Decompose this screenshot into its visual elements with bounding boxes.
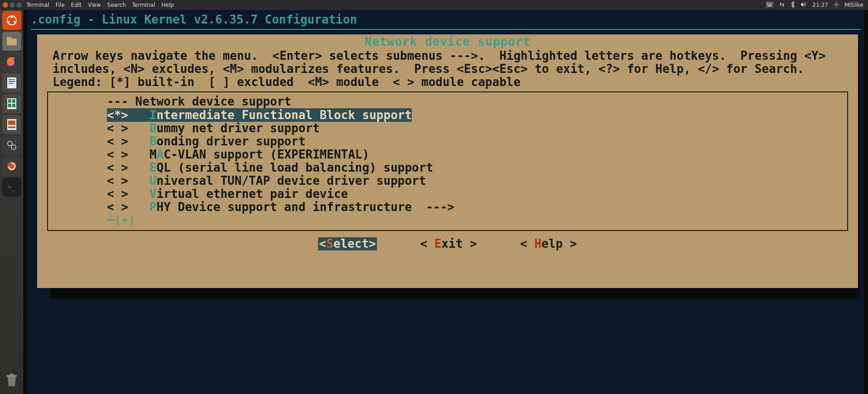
minimize-icon[interactable] (10, 2, 15, 8)
menu-item[interactable]: < > MAC-VLAN support (EXPERIMENTAL) (48, 148, 847, 161)
menu-file[interactable]: File (56, 2, 65, 8)
svg-rect-21 (9, 83, 13, 84)
menu-item[interactable]: < > Dummy net driver support (48, 122, 847, 135)
menu-section-header: --- Network device support (48, 95, 847, 108)
svg-rect-15 (7, 38, 17, 45)
menu-item[interactable]: < > Virtual ethernet pair device (48, 187, 847, 201)
maximize-icon[interactable] (16, 2, 22, 8)
button-row: <Select> < Exit > < Help > (37, 231, 858, 251)
svg-rect-24 (12, 99, 15, 103)
launcher-impress-icon[interactable] (2, 115, 21, 134)
help-button[interactable]: < Help > (520, 237, 577, 250)
svg-rect-3 (770, 3, 771, 4)
svg-rect-25 (8, 104, 11, 107)
user-label[interactable]: MISlike (844, 2, 863, 8)
svg-point-31 (11, 145, 16, 149)
keyboard-icon[interactable] (766, 2, 773, 9)
close-icon[interactable] (3, 2, 8, 8)
launcher-firefox-icon[interactable] (2, 53, 21, 72)
launcher: >_ (0, 0, 24, 394)
svg-rect-8 (771, 4, 772, 5)
launcher-trash-icon[interactable] (2, 370, 21, 389)
menuconfig-panel: Network device support Arrow keys naviga… (37, 34, 858, 288)
menu-list[interactable]: --- Network device support<*> Intermedia… (47, 91, 848, 231)
menu-item[interactable]: < > Universal TUN/TAP device driver supp… (48, 174, 847, 187)
svg-point-30 (8, 141, 12, 146)
svg-rect-4 (771, 3, 772, 4)
svg-point-10 (835, 4, 837, 5)
select-button[interactable]: <Select> (318, 237, 376, 250)
svg-rect-26 (12, 104, 15, 107)
svg-rect-28 (8, 120, 15, 125)
sound-icon[interactable] (800, 2, 807, 9)
bluetooth-icon[interactable] (791, 1, 795, 9)
network-icon[interactable] (779, 1, 785, 9)
svg-rect-6 (768, 4, 769, 5)
exit-button[interactable]: < Exit > (420, 237, 477, 250)
panel-title: Network device support (37, 34, 858, 48)
svg-point-13 (14, 21, 15, 23)
svg-rect-2 (768, 3, 769, 4)
menu-item[interactable]: < > EQL (serial line load balancing) sup… (48, 161, 847, 174)
menu-edit[interactable]: Edit (71, 2, 82, 8)
svg-rect-34 (10, 374, 14, 375)
window-buttons (3, 2, 22, 8)
svg-rect-29 (8, 126, 15, 128)
launcher-dash-icon[interactable] (2, 11, 21, 30)
gear-icon[interactable] (834, 2, 839, 9)
more-below-indicator: ┴(+) (48, 214, 847, 227)
launcher-terminal-icon[interactable]: >_ (2, 178, 21, 197)
launcher-calc-icon[interactable] (2, 94, 21, 113)
menu-help[interactable]: Help (162, 2, 174, 8)
menubar-right: 21:27 MISlike (766, 1, 868, 9)
launcher-update-icon[interactable] (2, 157, 21, 176)
launcher-files-icon[interactable] (2, 32, 21, 51)
title-rule (31, 29, 861, 30)
svg-rect-23 (8, 99, 11, 103)
launcher-writer-icon[interactable] (2, 73, 21, 92)
terminal-window: .config - Linux Kernel v2.6.35.7 Configu… (24, 10, 868, 394)
svg-rect-9 (767, 5, 772, 6)
app-title: .config - Linux Kernel v2.6.35.7 Configu… (27, 10, 864, 27)
launcher-settings-icon[interactable] (2, 136, 21, 155)
svg-rect-16 (7, 37, 11, 39)
svg-point-12 (11, 16, 13, 18)
menubar: Terminal File Edit View Search Terminal … (0, 0, 868, 10)
menu-item[interactable]: <*> Intermediate Functional Block suppor… (48, 109, 847, 122)
menu-search[interactable]: Search (107, 2, 126, 8)
svg-rect-5 (767, 4, 768, 5)
clock[interactable]: 21:27 (812, 2, 828, 8)
svg-rect-19 (9, 79, 15, 80)
menu-view[interactable]: View (88, 2, 101, 8)
menu-terminal2[interactable]: Terminal (132, 2, 155, 8)
svg-rect-1 (767, 3, 768, 4)
menu-terminal[interactable]: Terminal (26, 2, 49, 8)
menu-item[interactable]: < > PHY Device support and infrastructur… (48, 201, 847, 214)
svg-rect-7 (770, 4, 771, 5)
svg-rect-20 (9, 81, 15, 82)
panel-help-text: Arrow keys navigate the menu. <Enter> se… (37, 48, 858, 90)
svg-point-14 (8, 21, 10, 23)
menu-item[interactable]: < > Bonding driver support (48, 135, 847, 148)
